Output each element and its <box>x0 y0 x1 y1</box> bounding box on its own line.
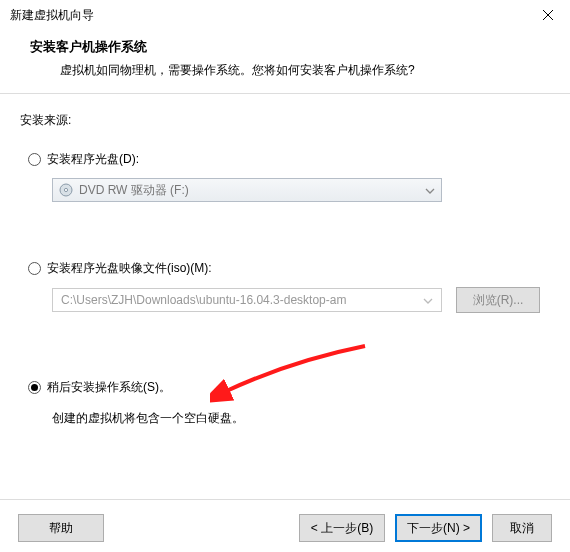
disc-dropdown[interactable]: DVD RW 驱动器 (F:) <box>52 178 442 202</box>
chevron-down-icon <box>425 183 435 197</box>
iso-path-text: C:\Users\ZJH\Downloads\ubuntu-16.04.3-de… <box>61 293 346 307</box>
radio-row-disc[interactable]: 安装程序光盘(D): <box>28 151 550 168</box>
radio-disc[interactable] <box>28 153 41 166</box>
cancel-button[interactable]: 取消 <box>492 514 552 542</box>
disc-icon <box>59 183 73 197</box>
source-label: 安装来源: <box>20 112 550 129</box>
radio-later[interactable] <box>28 381 41 394</box>
disc-dropdown-text: DVD RW 驱动器 (F:) <box>79 182 425 199</box>
footer: 帮助 < 上一步(B) 下一步(N) > 取消 <box>0 514 570 542</box>
radio-iso-label: 安装程序光盘映像文件(iso)(M): <box>47 260 212 277</box>
back-button[interactable]: < 上一步(B) <box>299 514 385 542</box>
later-hint: 创建的虚拟机将包含一个空白硬盘。 <box>52 410 550 427</box>
radio-iso[interactable] <box>28 262 41 275</box>
content-area: 安装来源: 安装程序光盘(D): DVD RW 驱动器 (F:) 安装程序光盘映… <box>0 94 570 427</box>
page-title: 安装客户机操作系统 <box>30 38 550 56</box>
option-iso-file: 安装程序光盘映像文件(iso)(M): C:\Users\ZJH\Downloa… <box>20 260 550 313</box>
chevron-down-icon <box>423 293 433 307</box>
radio-row-iso[interactable]: 安装程序光盘映像文件(iso)(M): <box>28 260 550 277</box>
option-installer-disc: 安装程序光盘(D): DVD RW 驱动器 (F:) <box>20 151 550 202</box>
titlebar: 新建虚拟机向导 <box>0 0 570 30</box>
wizard-header: 安装客户机操作系统 虚拟机如同物理机，需要操作系统。您将如何安装客户机操作系统? <box>0 30 570 93</box>
svg-point-3 <box>64 188 67 191</box>
annotation-arrow <box>210 341 370 407</box>
footer-divider <box>0 499 570 500</box>
radio-disc-label: 安装程序光盘(D): <box>47 151 139 168</box>
close-icon <box>543 10 553 20</box>
iso-path-input[interactable]: C:\Users\ZJH\Downloads\ubuntu-16.04.3-de… <box>52 288 442 312</box>
radio-row-later[interactable]: 稍后安装操作系统(S)。 <box>28 379 550 396</box>
page-subtitle: 虚拟机如同物理机，需要操作系统。您将如何安装客户机操作系统? <box>30 62 550 79</box>
window-title: 新建虚拟机向导 <box>10 7 94 24</box>
next-button[interactable]: 下一步(N) > <box>395 514 482 542</box>
browse-button[interactable]: 浏览(R)... <box>456 287 540 313</box>
radio-later-label: 稍后安装操作系统(S)。 <box>47 379 171 396</box>
option-install-later: 稍后安装操作系统(S)。 创建的虚拟机将包含一个空白硬盘。 <box>20 379 550 427</box>
close-button[interactable] <box>525 0 570 30</box>
help-button[interactable]: 帮助 <box>18 514 104 542</box>
